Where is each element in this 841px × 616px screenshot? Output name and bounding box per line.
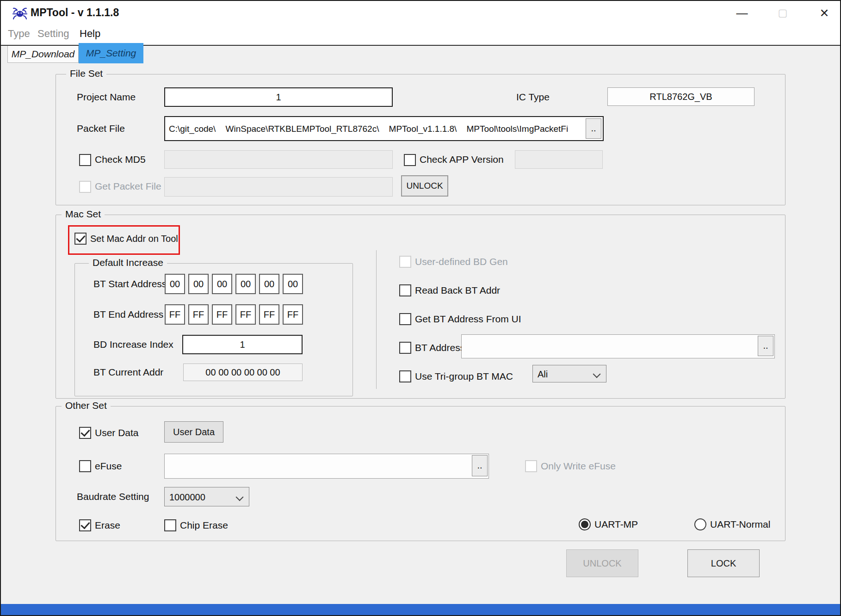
- erase-checkbox[interactable]: [79, 519, 91, 531]
- chip-erase-label: Chip Erase: [180, 518, 228, 532]
- other-set-title: Other Set: [62, 400, 111, 411]
- only-write-efuse-checkbox: [525, 460, 537, 472]
- bt-start-byte[interactable]: 00: [235, 274, 256, 294]
- use-tri-group-label: Use Tri-group BT MAC: [415, 370, 513, 383]
- get-packet-file-input: [164, 177, 393, 197]
- user-data-checkbox[interactable]: [79, 427, 91, 439]
- bt-start-byte[interactable]: 00: [165, 274, 185, 294]
- packet-file-browse-button[interactable]: ..: [586, 118, 601, 139]
- uart-normal-radio[interactable]: [694, 518, 706, 530]
- baudrate-selected-value: 1000000: [169, 487, 205, 507]
- set-mac-addr-label: Set Mac Addr on Tool: [90, 232, 178, 246]
- file-set-title: File Set: [66, 68, 106, 79]
- other-set-group: Other Set User Data User Data eFuse .. O…: [56, 406, 785, 541]
- user-defined-bd-gen-label: User-defined BD Gen: [415, 255, 508, 269]
- baudrate-setting-label: Baudrate Setting: [77, 487, 149, 506]
- check-md5-input: [164, 150, 393, 169]
- bt-end-byte[interactable]: FF: [259, 304, 279, 325]
- uart-mp-label: UART-MP: [594, 517, 638, 531]
- tri-group-select[interactable]: Ali: [532, 365, 606, 382]
- app-icon: [12, 6, 28, 22]
- app-window: MPTool - v 1.1.1.8 — ▢ ✕ Type Setting He…: [0, 0, 841, 616]
- mac-set-divider: [376, 250, 377, 389]
- check-app-version-checkbox[interactable]: [404, 154, 416, 166]
- packet-file-path: C:\git_code\ WinSpace\RTKBLEMPTool_RTL87…: [165, 117, 603, 141]
- default-increase-group: Default Increase BT Start Address 00 00 …: [74, 263, 353, 396]
- bd-increase-index-input[interactable]: 1: [182, 335, 303, 354]
- check-md5-checkbox[interactable]: [79, 154, 91, 166]
- efuse-browse-button[interactable]: ..: [472, 455, 488, 476]
- uart-normal-label: UART-Normal: [710, 517, 770, 531]
- read-back-bt-addr-checkbox[interactable]: [399, 284, 411, 296]
- bt-current-addr-value: 00 00 00 00 00 00: [183, 363, 303, 381]
- bt-address-file-browse-button[interactable]: ..: [758, 336, 773, 356]
- packet-file-input[interactable]: C:\git_code\ WinSpace\RTKBLEMPTool_RTL87…: [164, 116, 604, 141]
- chevron-down-icon: [593, 370, 601, 378]
- check-app-version-label: Check APP Version: [420, 152, 504, 167]
- bt-end-address-label: BT End Address: [93, 304, 163, 325]
- title-bar: [1, 1, 840, 45]
- check-app-version-input: [515, 150, 603, 169]
- bt-end-byte[interactable]: FF: [165, 304, 185, 325]
- file-set-group: File Set Project Name 1 IC Type RTL8762G…: [56, 74, 785, 205]
- read-back-bt-addr-label: Read Back BT Addr: [415, 283, 500, 297]
- use-tri-group-checkbox[interactable]: [399, 370, 411, 382]
- minimize-button[interactable]: —: [729, 4, 755, 22]
- bt-start-byte[interactable]: 00: [212, 274, 232, 294]
- get-packet-file-label: Get Packet File: [95, 179, 161, 194]
- tri-group-selected-value: Ali: [538, 365, 548, 383]
- project-name-input[interactable]: 1: [164, 87, 393, 107]
- tab-mp-setting[interactable]: MP_Setting: [79, 43, 143, 63]
- chip-erase-checkbox[interactable]: [164, 519, 176, 531]
- user-data-label: User Data: [95, 426, 139, 440]
- bt-start-byte[interactable]: 00: [259, 274, 279, 294]
- set-mac-addr-checkbox[interactable]: [74, 233, 87, 245]
- ic-type-value: RTL8762G_VB: [607, 87, 754, 106]
- get-bt-address-from-ui-checkbox[interactable]: [399, 313, 411, 325]
- maximize-button[interactable]: ▢: [770, 4, 796, 22]
- bt-start-byte[interactable]: 00: [188, 274, 209, 294]
- user-data-button[interactable]: User Data: [164, 421, 223, 443]
- close-button[interactable]: ✕: [811, 4, 837, 22]
- footer-unlock-button: UNLOCK: [566, 549, 638, 577]
- default-increase-title: Default Increase: [89, 257, 167, 268]
- bt-start-address-label: BT Start Address: [93, 274, 167, 294]
- menu-type: Type: [8, 28, 30, 40]
- mac-set-title: Mac Set: [62, 209, 105, 220]
- bt-current-addr-label: BT Current Addr: [93, 363, 163, 381]
- project-name-label: Project Name: [77, 87, 136, 107]
- bt-end-byte[interactable]: FF: [188, 304, 209, 325]
- chevron-down-icon: [236, 493, 244, 501]
- only-write-efuse-label: Only Write eFuse: [541, 459, 616, 473]
- bt-end-byte[interactable]: FF: [212, 304, 232, 325]
- check-md5-label: Check MD5: [95, 152, 146, 167]
- bt-end-byte[interactable]: FF: [283, 304, 303, 325]
- bt-address-file-checkbox[interactable]: [399, 342, 411, 354]
- status-bar: [1, 604, 840, 615]
- user-defined-bd-gen-checkbox: [399, 256, 411, 268]
- menu-help[interactable]: Help: [80, 28, 100, 40]
- footer-lock-button[interactable]: LOCK: [687, 549, 760, 577]
- bt-end-byte[interactable]: FF: [235, 304, 256, 325]
- menu-setting: Setting: [37, 28, 69, 40]
- erase-label: Erase: [95, 518, 120, 532]
- mac-set-group: Mac Set Set Mac Addr on Tool Default Inc…: [56, 215, 785, 399]
- file-set-unlock-button[interactable]: UNLOCK: [401, 175, 448, 197]
- tab-mp-download[interactable]: MP_Download: [7, 46, 79, 63]
- bt-address-file-input[interactable]: ..: [461, 334, 775, 358]
- efuse-label: eFuse: [95, 459, 122, 473]
- packet-file-label: Packet File: [77, 116, 125, 141]
- baudrate-select[interactable]: 1000000: [164, 487, 249, 506]
- get-bt-address-from-ui-label: Get BT Address From UI: [415, 312, 521, 326]
- bd-increase-index-label: BD Increase Index: [93, 335, 173, 354]
- uart-mp-radio[interactable]: [579, 518, 591, 530]
- efuse-checkbox[interactable]: [79, 460, 91, 472]
- efuse-input[interactable]: ..: [164, 454, 489, 479]
- ic-type-label: IC Type: [516, 87, 550, 107]
- get-packet-file-checkbox: [79, 181, 91, 193]
- window-title: MPTool - v 1.1.1.8: [31, 6, 119, 19]
- bt-start-byte[interactable]: 00: [283, 274, 303, 294]
